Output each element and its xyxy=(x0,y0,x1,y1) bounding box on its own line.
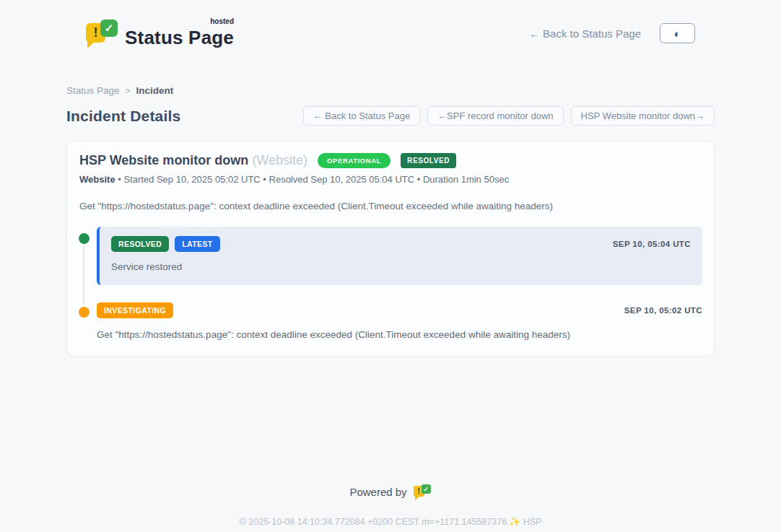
incident-service: Website xyxy=(79,174,115,185)
incident-scope: (Website) xyxy=(252,153,307,167)
timeline-entry-badges: RESOLVED LATEST xyxy=(111,236,220,252)
breadcrumb-status-page[interactable]: Status Page xyxy=(66,85,120,96)
logo-wordmark: Status Page hosted xyxy=(125,18,234,49)
theme-toggle-button[interactable]: ◐ xyxy=(660,23,695,43)
main-container: Status Page > Incident Incident Details … xyxy=(66,85,715,357)
topbar: ! ✓ Status Page hosted ← Back to Status … xyxy=(86,0,695,55)
timeline-entry-badges: INVESTIGATING xyxy=(97,302,173,318)
brand-name: Status Page xyxy=(125,27,234,48)
statuspage-footer-logo-icon[interactable]: ! ✓ xyxy=(414,484,432,500)
footer: Powered by ! ✓ © 2025-10-08 14:10:34.772… xyxy=(0,484,781,527)
incident-meta-details: • Started Sep 10, 2025 05:02 UTC • Resol… xyxy=(118,174,509,185)
powered-by-label: Powered by xyxy=(349,486,406,498)
timeline-timestamp: SEP 10, 05:02 UTC xyxy=(624,306,702,315)
timeline-entry-investigating: INVESTIGATING SEP 10, 05:02 UTC Get "htt… xyxy=(79,302,702,340)
back-to-status-page-link[interactable]: ← Back to Status Page xyxy=(529,27,641,40)
investigating-badge: INVESTIGATING xyxy=(97,302,173,318)
topbar-actions: ← Back to Status Page ◐ xyxy=(529,23,695,43)
statuspage-logo-icon: ! ✓ xyxy=(86,18,118,48)
incident-timeline: RESOLVED LATEST SEP 10, 05:04 UTC Servic… xyxy=(79,227,702,340)
timeline-entry-head: RESOLVED LATEST SEP 10, 05:04 UTC xyxy=(111,236,691,252)
checkmark-icon: ✓ xyxy=(100,19,118,37)
timeline-entry-plain-box: INVESTIGATING SEP 10, 05:02 UTC Get "htt… xyxy=(97,302,702,340)
latest-badge: LATEST xyxy=(175,236,219,252)
half-circle-icon: ◐ xyxy=(674,28,681,39)
timeline-dot-green xyxy=(79,233,90,244)
logo[interactable]: ! ✓ Status Page hosted xyxy=(86,18,234,49)
title-row: Incident Details ← Back to Status Page ←… xyxy=(66,106,715,126)
timeline-timestamp: SEP 10, 05:04 UTC xyxy=(613,240,691,248)
incident-title-row: HSP Website monitor down (Website) OPERA… xyxy=(79,153,702,168)
incident-card: HSP Website monitor down (Website) OPERA… xyxy=(66,141,715,357)
powered-by: Powered by ! ✓ xyxy=(0,484,781,500)
timeline-message: Service restored xyxy=(111,261,691,272)
prev-incident-button[interactable]: ←SPF record monitor down xyxy=(427,106,563,126)
timeline-entry-resolved: RESOLVED LATEST SEP 10, 05:04 UTC Servic… xyxy=(79,227,702,285)
timeline-dot-orange xyxy=(79,307,90,318)
breadcrumb: Status Page > Incident xyxy=(66,85,715,96)
back-to-status-page-button[interactable]: ← Back to Status Page xyxy=(303,106,420,126)
resolved-status-badge: RESOLVED xyxy=(401,153,456,168)
timeline-entry-highlight-box: RESOLVED LATEST SEP 10, 05:04 UTC Servic… xyxy=(97,227,702,285)
next-incident-button[interactable]: HSP Website monitor down→ xyxy=(571,106,715,126)
incident-meta: Website • Started Sep 10, 2025 05:02 UTC… xyxy=(79,174,702,185)
timeline-message: Get "https://hostedstatus.page": context… xyxy=(97,329,702,340)
checkmark-icon: ✓ xyxy=(422,484,431,494)
resolved-badge: RESOLVED xyxy=(111,236,169,252)
breadcrumb-incident: Incident xyxy=(136,85,174,96)
page-title: Incident Details xyxy=(66,108,180,125)
incident-description: Get "https://hostedstatus.page": context… xyxy=(79,201,702,212)
timeline-entry-head: INVESTIGATING SEP 10, 05:02 UTC xyxy=(97,302,702,318)
brand-superscript: hosted xyxy=(210,17,234,25)
breadcrumb-separator: > xyxy=(126,86,131,96)
operational-status-badge: OPERATIONAL xyxy=(318,153,390,168)
incident-title-text: HSP Website monitor down xyxy=(79,153,248,167)
copyright-text: © 2025-10-08 14:10:34.772084 +0200 CEST … xyxy=(0,516,781,527)
incident-nav-buttons: ← Back to Status Page ←SPF record monito… xyxy=(303,106,715,126)
incident-title: HSP Website monitor down (Website) xyxy=(79,153,307,168)
